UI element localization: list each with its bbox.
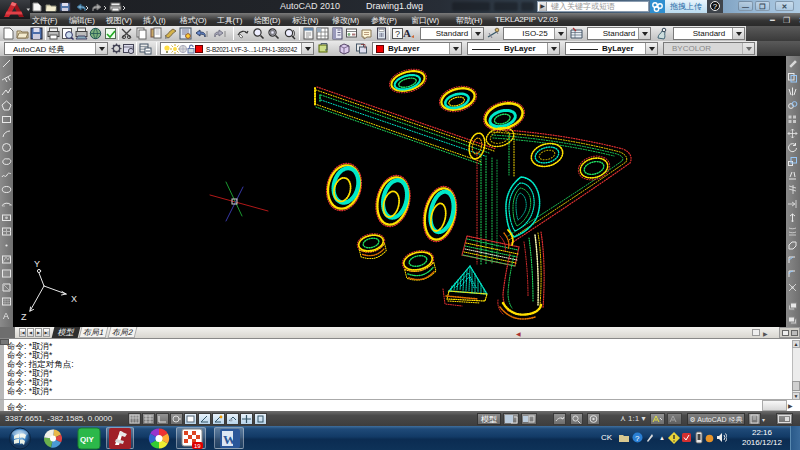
svg-text:19: 19 bbox=[194, 443, 201, 449]
svg-text:Z: Z bbox=[21, 312, 27, 322]
svg-text:X: X bbox=[71, 294, 77, 304]
svg-text:QIY: QIY bbox=[80, 435, 94, 444]
svg-text:W: W bbox=[223, 432, 236, 447]
svg-text:Y: Y bbox=[34, 259, 40, 269]
svg-text:A: A bbox=[3, 311, 9, 321]
svg-text:?: ? bbox=[635, 434, 640, 443]
svg-text:A: A bbox=[403, 27, 411, 39]
svg-text:?: ? bbox=[395, 29, 400, 39]
